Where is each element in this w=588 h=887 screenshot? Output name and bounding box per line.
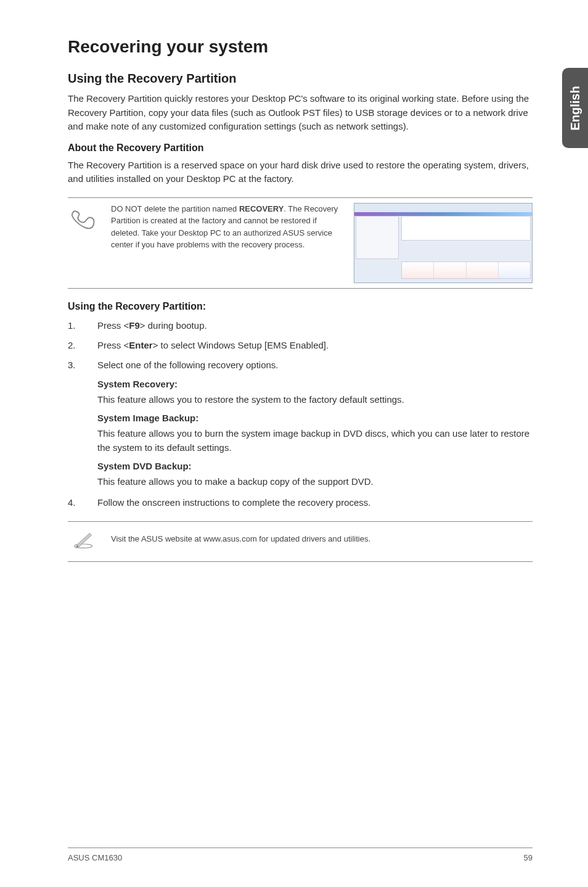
system-recovery-text: This feature allows you to restore the s…: [97, 393, 533, 407]
step-4: Follow the onscreen instructions to comp…: [68, 495, 533, 510]
step1-bold: F9: [129, 320, 140, 331]
warning-content: DO NOT delete the partition named RECOVE…: [111, 203, 533, 283]
warning-note-box: DO NOT delete the partition named RECOVE…: [68, 197, 533, 289]
system-image-backup-title: System Image Backup:: [97, 413, 533, 423]
pen-icon: [68, 527, 99, 556]
disk-management-screenshot: [354, 203, 533, 283]
step-2: Press <Enter> to select Windows Setup [E…: [68, 338, 533, 353]
step-3: Select one of the following recovery opt…: [68, 358, 533, 373]
step1-post: > during bootup.: [140, 320, 207, 331]
system-dvd-backup-text: This feature allows you to make a backup…: [97, 475, 533, 489]
step2-pre: Press <: [97, 340, 129, 350]
option-system-recovery: System Recovery: This feature allows you…: [68, 379, 533, 489]
using-heading: Using the Recovery Partition:: [68, 301, 533, 312]
section-heading-recovery-partition: Using the Recovery Partition: [68, 72, 533, 86]
about-heading: About the Recovery Partition: [68, 142, 533, 154]
warning-text-bold: RECOVERY: [239, 204, 284, 213]
info-note-box: Visit the ASUS website at www.asus.com f…: [68, 521, 533, 562]
step2-bold: Enter: [129, 340, 152, 350]
main-heading: Recovering your system: [68, 37, 533, 57]
warning-text: DO NOT delete the partition named RECOVE…: [111, 203, 346, 283]
page-footer: ASUS CM1630 59: [68, 848, 533, 862]
step2-post: > to select Windows Setup [EMS Enabled].: [153, 340, 329, 350]
step1-pre: Press <: [97, 320, 129, 331]
steps-list-cont: Follow the onscreen instructions to comp…: [68, 495, 533, 510]
steps-list: Press <F9> during bootup. Press <Enter> …: [68, 318, 533, 373]
intro-paragraph: The Recovery Partition quickly restores …: [68, 92, 533, 134]
warning-icon: [68, 203, 99, 239]
system-recovery-title: System Recovery:: [97, 379, 533, 389]
info-note-text: Visit the ASUS website at www.asus.com f…: [111, 527, 533, 545]
footer-page-number: 59: [524, 853, 533, 862]
system-dvd-backup-title: System DVD Backup:: [97, 461, 533, 471]
about-paragraph: The Recovery Partition is a reserved spa…: [68, 159, 533, 186]
warning-text-pre: DO NOT delete the partition named: [111, 204, 239, 213]
step-1: Press <F9> during bootup.: [68, 318, 533, 333]
system-image-backup-text: This feature allows you to burn the syst…: [97, 427, 533, 455]
page-content: Recovering your system Using the Recover…: [0, 0, 588, 887]
footer-model: ASUS CM1630: [68, 853, 122, 862]
